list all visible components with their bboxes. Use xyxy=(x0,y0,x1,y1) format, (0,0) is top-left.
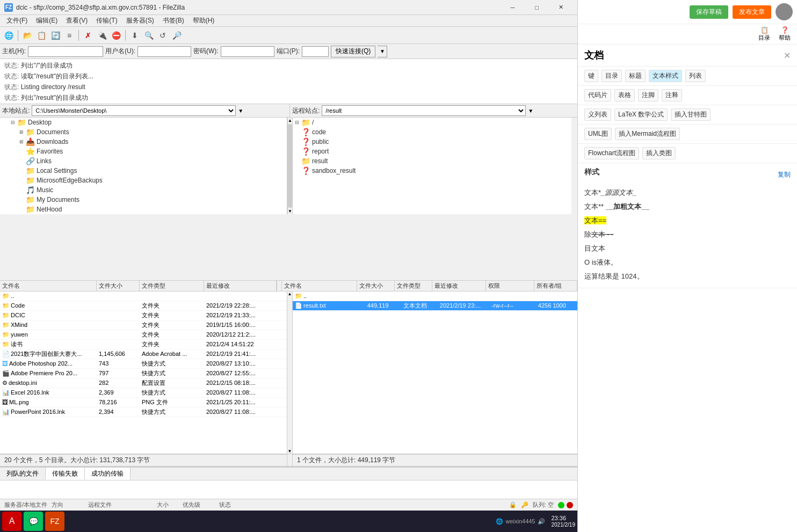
password-input[interactable] xyxy=(221,46,274,57)
local-file-dotdot[interactable]: 📁.. xyxy=(0,291,287,301)
tree-item-result[interactable]: 📁 result xyxy=(293,156,571,166)
tb-table[interactable]: 表格 xyxy=(614,89,635,101)
tb-footnote[interactable]: 注脚 xyxy=(638,89,658,101)
local-file-scroll-up[interactable]: ▲ xyxy=(288,291,292,296)
local-file-dcic[interactable]: 📁DCIC 文件夹 2021/2/19 21:33:... xyxy=(0,311,287,320)
tree-item-documents[interactable]: ⊞ 📁 Documents xyxy=(0,127,287,137)
menu-file[interactable]: 文件(F) xyxy=(2,15,32,26)
ins-mermaid[interactable]: 插入Mermaid流程图 xyxy=(615,128,680,140)
local-tree-pane[interactable]: ⊟ 📁 Desktop ⊞ 📁 Documents ⊞ 📥 Downloads … xyxy=(0,118,287,214)
local-path-select[interactable]: C:\Users\Monster\Desktop\ xyxy=(32,105,236,116)
tab-failed[interactable]: 传输失败 xyxy=(46,468,85,480)
tab-successful[interactable]: 成功的传输 xyxy=(85,468,131,480)
local-file-dushu[interactable]: 📁读书 文件夹 2021/2/4 14:51:22 xyxy=(0,340,287,349)
expander-favorites[interactable] xyxy=(17,147,26,156)
tree-item-favorites[interactable]: ⭐ Favorites xyxy=(0,147,287,156)
tb-cancel[interactable]: ✗ xyxy=(82,29,95,42)
ins-def-list[interactable]: 义列表 xyxy=(584,108,611,121)
remote-col-owner[interactable]: 所有者/组 xyxy=(534,281,577,291)
local-col-modified[interactable]: 最近修改 xyxy=(204,281,277,291)
tree-item-desktop[interactable]: ⊟ 📁 Desktop xyxy=(0,118,287,127)
local-file-excel[interactable]: 📊Excel 2016.lnk 2,369 快捷方式 2020/8/27 11:… xyxy=(0,388,287,398)
tb-text-style[interactable]: 文本样式 xyxy=(649,70,682,82)
save-draft-button[interactable]: 保存草稿 xyxy=(690,5,728,19)
local-file-code[interactable]: 📁Code 文件夹 2021/2/19 22:28:... xyxy=(0,301,287,311)
local-col-size[interactable]: 文件大小 xyxy=(97,281,140,291)
local-tree-scroll-down[interactable]: ▼ xyxy=(287,208,293,214)
local-tree-scrollbar[interactable]: ▲ ▼ xyxy=(287,118,293,214)
tree-item-local-settings[interactable]: 📁 Local Settings xyxy=(0,166,287,176)
tree-item-code[interactable]: ❓ code xyxy=(293,127,571,137)
copy-style-link[interactable]: 复制 xyxy=(778,170,791,179)
doc-icon-btn[interactable]: 📋 目录 xyxy=(758,26,770,42)
tb-key[interactable]: 键 xyxy=(584,70,598,82)
expander-downloads[interactable]: ⊞ xyxy=(17,137,26,146)
local-file-scroll-down[interactable]: ▼ xyxy=(288,449,292,454)
remote-file-result-txt[interactable]: 📄result.txt 449,119 文本文档 2021/2/19 23:..… xyxy=(293,301,577,311)
ins-latex[interactable]: LaTeX 数学公式 xyxy=(614,108,668,121)
local-file-2021[interactable]: 📄2021数字中国创新大赛大... 1,145,606 Adobe Acroba… xyxy=(0,349,287,359)
expander-documents[interactable]: ⊞ xyxy=(17,128,26,136)
remote-col-modified[interactable]: 最近修改 xyxy=(432,281,486,291)
ins-class-diagram[interactable]: 插入类图 xyxy=(642,147,676,159)
tree-item-public[interactable]: ❓ public xyxy=(293,137,571,147)
remote-col-type[interactable]: 文件类型 xyxy=(395,281,432,291)
tree-item-my-documents[interactable]: 📁 My Documents xyxy=(0,195,287,205)
tab-queued[interactable]: 列队的文件 xyxy=(0,468,46,480)
tb-new-site[interactable]: 🌐 xyxy=(2,29,15,42)
local-col-type[interactable]: 文件类型 xyxy=(140,281,204,291)
menu-help[interactable]: 帮助(H) xyxy=(189,15,219,26)
local-tree-scroll-up[interactable]: ▲ xyxy=(287,118,293,123)
taskbar-acrobat[interactable]: A xyxy=(2,512,21,531)
menu-bookmarks[interactable]: 书签(B) xyxy=(158,15,189,26)
minimize-button[interactable]: ─ xyxy=(501,0,525,15)
quick-connect-dropdown[interactable]: ▼ xyxy=(378,46,387,57)
tb-heading[interactable]: 标题 xyxy=(625,70,646,82)
tb-comment[interactable]: 注释 xyxy=(662,89,682,101)
tb-sync[interactable]: 🔄 xyxy=(49,29,62,42)
expander-music[interactable] xyxy=(17,186,26,194)
local-file-list[interactable]: 📁.. 📁Code 文件夹 2021/2/19 22:28:... 📁DCIC … xyxy=(0,291,287,454)
menu-view[interactable]: 查看(V) xyxy=(62,15,92,26)
local-file-premiere[interactable]: 🎬Adobe Premiere Pro 20... 797 快捷方式 2020/… xyxy=(0,369,287,378)
tree-item-music[interactable]: 🎵 Music xyxy=(0,185,287,195)
tb-list[interactable]: 列表 xyxy=(685,70,706,82)
tb-reconnect[interactable]: 🔌 xyxy=(96,29,108,42)
tb-list[interactable]: ≡ xyxy=(63,29,76,42)
remote-tree-pane[interactable]: ⊟ 📁 / ❓ code ❓ public ❓ report 📁 xyxy=(293,118,571,214)
remote-file-dotdot[interactable]: 📁.. xyxy=(293,291,577,301)
panel-close-button[interactable]: ✕ xyxy=(784,50,791,61)
tree-item-links[interactable]: 🔗 Links xyxy=(0,156,287,166)
local-file-desktop-ini[interactable]: ⚙desktop.ini 282 配置设置 2021/2/15 08:18:..… xyxy=(0,378,287,388)
expander-desktop[interactable]: ⊟ xyxy=(9,118,17,127)
tree-item-nethood[interactable]: 📁 NetHood xyxy=(0,205,287,214)
ins-uml[interactable]: UML图 xyxy=(584,128,612,140)
remote-col-permissions[interactable]: 权限 xyxy=(486,281,534,291)
tb-code[interactable]: 代码片 xyxy=(584,89,611,101)
menu-transfer[interactable]: 传输(T) xyxy=(92,15,121,26)
local-file-xmind[interactable]: 📁XMind 文件夹 2019/1/15 16:00:... xyxy=(0,320,287,330)
tree-item-root[interactable]: ⊟ 📁 / xyxy=(293,118,571,127)
remote-col-size[interactable]: 文件大小 xyxy=(357,281,395,291)
remote-file-list[interactable]: 📁.. 📄result.txt 449,119 文本文档 2021/2/19 2… xyxy=(293,291,577,454)
taskbar-filezilla[interactable]: FZ xyxy=(45,512,64,531)
maximize-button[interactable]: □ xyxy=(525,0,549,15)
expander-local-settings[interactable] xyxy=(17,166,26,175)
local-file-ml-png[interactable]: 🖼ML.png 78,216 PNG 文件 2021/1/25 20:11:..… xyxy=(0,398,287,407)
expander-edge-backups[interactable] xyxy=(17,176,26,185)
expander-nethood[interactable] xyxy=(17,205,26,214)
tree-item-downloads[interactable]: ⊞ 📥 Downloads xyxy=(0,137,287,147)
menu-edit[interactable]: 编辑(E) xyxy=(32,15,62,26)
quick-connect-button[interactable]: 快速连接(Q) xyxy=(331,46,375,57)
ins-flowchart[interactable]: Flowchart流程图 xyxy=(584,147,639,159)
tb-toc[interactable]: 目录 xyxy=(602,70,622,82)
local-file-photoshop[interactable]: 🖼Adobe Photoshop 202... 743 快捷方式 2020/8/… xyxy=(0,359,287,369)
expander-my-documents[interactable] xyxy=(17,195,26,204)
tb-queue[interactable]: ⬇ xyxy=(128,29,141,42)
local-col-filename[interactable]: 文件名 xyxy=(0,281,97,291)
help-icon-btn[interactable]: ❓ 帮助 xyxy=(779,26,791,42)
remote-path-select[interactable]: /result xyxy=(322,105,526,116)
expander-root[interactable]: ⊟ xyxy=(293,118,301,127)
tb-search1[interactable]: 🔍 xyxy=(142,29,155,42)
ins-gantt[interactable]: 插入甘特图 xyxy=(671,108,711,121)
